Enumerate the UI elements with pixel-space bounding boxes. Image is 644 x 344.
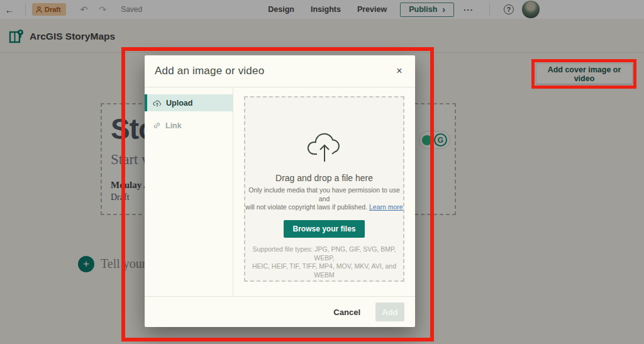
learn-more-link[interactable]: Learn more (369, 203, 403, 211)
cancel-button[interactable]: Cancel (333, 308, 360, 317)
supported-line1: Supported file types: JPG, PNG, GIF, SVG… (253, 245, 396, 262)
supported-line2: HEIC, HEIF, TIF, TIFF, MP4, MOV, MKV, AV… (252, 262, 396, 279)
upload-dropzone[interactable]: Drag and drop a file here Only include m… (244, 96, 404, 282)
browse-files-button[interactable]: Browse your files (284, 220, 364, 238)
cloud-upload-icon (245, 130, 403, 165)
screen: ← Draft ↶ ↷ Saved Design Insights Previe… (0, 0, 644, 344)
upload-cloud-icon (153, 99, 162, 107)
modal-header: Add an image or video × (145, 55, 415, 87)
tab-upload-label: Upload (166, 99, 192, 108)
tab-upload[interactable]: Upload (145, 94, 233, 111)
add-media-modal: Add an image or video × Upload (145, 55, 415, 327)
tab-link[interactable]: Link (145, 117, 233, 134)
close-icon[interactable]: × (392, 64, 406, 78)
modal-sidebar: Upload Link (145, 87, 233, 296)
permission-line2: will not violate copyright laws if publi… (245, 203, 367, 211)
add-button-disabled[interactable]: Add (375, 302, 404, 321)
tab-link-label: Link (165, 121, 182, 130)
permission-line1: Only include media that you have permiss… (248, 186, 399, 203)
link-icon (153, 121, 161, 130)
supported-file-types: Supported file types: JPG, PNG, GIF, SVG… (245, 245, 403, 280)
modal-title: Add an image or video (155, 65, 264, 77)
modal-footer: Cancel Add (145, 296, 415, 327)
dropzone-permission-note: Only include media that you have permiss… (245, 186, 403, 212)
dropzone-heading: Drag and drop a file here (245, 173, 403, 183)
